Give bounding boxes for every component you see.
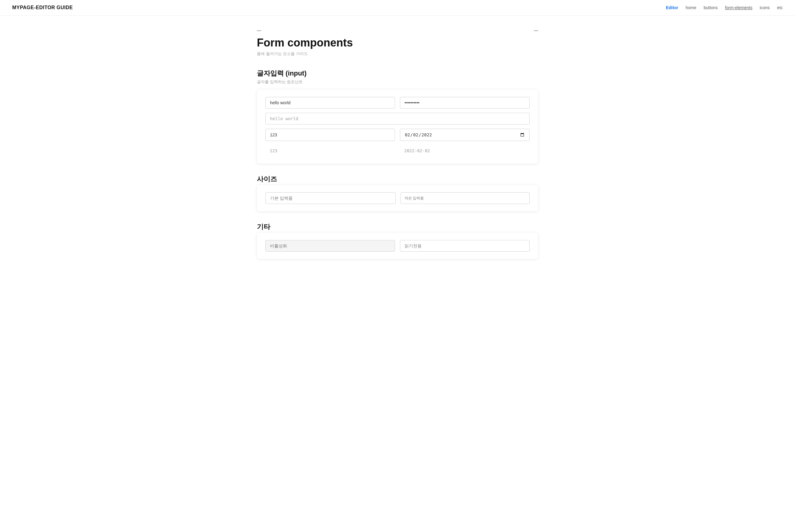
disabled-number-input xyxy=(265,145,395,156)
readonly-input xyxy=(400,240,530,252)
number-input[interactable] xyxy=(265,129,395,141)
input-card xyxy=(257,90,538,164)
input-row-1 xyxy=(265,97,530,109)
size-input-row xyxy=(265,192,530,204)
size-section-heading: 사이즈 xyxy=(257,175,538,184)
etc-card xyxy=(257,233,538,259)
input-section-heading: 글자입력 (input) xyxy=(257,69,538,78)
main-nav: Editor home buttons form-elements icons … xyxy=(666,5,783,10)
password-input[interactable] xyxy=(400,97,530,109)
input-row-4 xyxy=(265,145,530,156)
disabled-text-input xyxy=(265,113,530,125)
nav-etc[interactable]: etc xyxy=(777,5,783,10)
site-title: MYPAGE-EDITOR GUIDE xyxy=(12,5,73,11)
disabled-input xyxy=(265,240,395,252)
date-input[interactable] xyxy=(400,129,530,141)
size-card xyxy=(257,185,538,211)
nav-editor[interactable]: Editor xyxy=(666,5,678,10)
nav-home[interactable]: home xyxy=(685,5,696,10)
etc-section-heading: 기타 xyxy=(257,222,538,231)
default-size-input[interactable] xyxy=(265,192,396,204)
text-input[interactable] xyxy=(265,97,395,109)
nav-buttons[interactable]: buttons xyxy=(704,5,718,10)
section-rule xyxy=(257,28,538,33)
input-row-3 xyxy=(265,129,530,141)
nav-form-elements[interactable]: form-elements xyxy=(725,5,752,10)
small-size-input[interactable] xyxy=(401,192,530,204)
page-subtitle: 폼에 들어가는 요소들 가이드 xyxy=(257,51,538,57)
disabled-date-input xyxy=(400,145,530,156)
page-title: Form components xyxy=(257,36,538,49)
etc-input-row xyxy=(265,240,530,252)
nav-icons[interactable]: icons xyxy=(760,5,770,10)
input-row-2 xyxy=(265,113,530,129)
input-section-desc: 글자를 입력하는 컴포넌트 xyxy=(257,79,538,85)
